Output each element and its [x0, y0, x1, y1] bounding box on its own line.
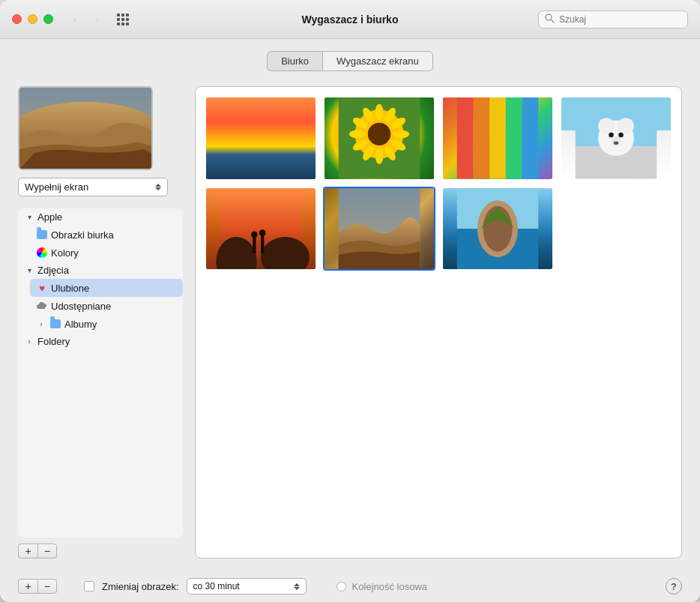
image-hikers [206, 188, 316, 270]
svg-point-39 [259, 229, 266, 236]
footer: + − Zmieniaj obrazek: co 30 minut Kolejn… [0, 571, 700, 602]
tab-biurko[interactable]: Biurko [267, 51, 322, 71]
sidebar-item-obrazki-biurka[interactable]: Obrazki biurka [30, 226, 183, 244]
sidebar-item-albumy[interactable]: › Albumy [30, 315, 183, 333]
preview-svg [19, 88, 151, 169]
footer-add-remove: + − [18, 579, 57, 594]
chevron-right-icon: › [24, 337, 34, 347]
svg-point-29 [611, 136, 621, 146]
chevron-right-icon: › [36, 319, 46, 329]
grid-image-7[interactable] [441, 187, 554, 271]
window-title: Wygaszacz i biurko [302, 13, 399, 25]
heart-icon: ♥ [36, 282, 48, 294]
image-grid [205, 96, 672, 271]
color-wheel-icon [36, 247, 48, 259]
grid-image-5[interactable] [205, 187, 317, 271]
chevron-down-icon: ▾ [24, 265, 34, 276]
grid-image-2[interactable] [323, 96, 435, 181]
traffic-lights [12, 14, 53, 24]
sidebar-item-label: Zdjęcia [37, 265, 69, 276]
apple-children: Obrazki biurka Kolory [18, 226, 183, 262]
change-image-checkbox[interactable] [84, 581, 94, 592]
grid-image-1[interactable] [205, 96, 317, 181]
tab-bar: Biurko Wygaszacz ekranu [18, 51, 682, 71]
tab-wygaszacz[interactable]: Wygaszacz ekranu [322, 51, 433, 71]
sidebar-item-apple[interactable]: ▾ Apple [18, 208, 183, 226]
add-button[interactable]: + [18, 544, 37, 559]
ocean-svg [443, 188, 552, 270]
grid-dots-icon [117, 13, 129, 25]
preview-image [18, 86, 153, 170]
minimize-button[interactable] [28, 14, 37, 24]
svg-rect-21 [489, 97, 506, 179]
forward-button[interactable]: › [88, 12, 107, 27]
svg-rect-19 [457, 97, 474, 179]
search-input[interactable] [559, 14, 681, 25]
svg-rect-22 [506, 97, 522, 179]
svg-point-32 [614, 142, 619, 145]
source-list: ▾ Apple Obrazki biurka [18, 208, 183, 538]
random-order-radio[interactable] [337, 582, 346, 592]
fill-mode-value: Wypełnij ekran [25, 181, 88, 193]
sidebar-item-label: Obrazki biurka [51, 229, 114, 241]
grid-image-6-selected[interactable] [323, 187, 435, 271]
svg-point-0 [546, 14, 552, 20]
svg-rect-38 [261, 235, 264, 253]
sidebar-item-label: Kolory [51, 247, 79, 259]
image-textiles [443, 97, 552, 179]
app-grid-button[interactable] [113, 12, 133, 27]
sidebar-item-zdjecia[interactable]: ▾ Zdjęcia [18, 262, 183, 279]
sidebar-item-kolory[interactable]: Kolory [30, 244, 183, 262]
zoom-button[interactable] [43, 14, 53, 24]
image-desert [325, 188, 434, 270]
main-window: ‹ › Wygaszacz i biurko Biurko [0, 0, 700, 602]
svg-point-6 [368, 123, 390, 145]
fill-mode-dropdown[interactable]: Wypełnij ekran [18, 178, 168, 196]
help-button[interactable]: ? [666, 578, 682, 595]
interval-stepper-icon [294, 583, 300, 590]
svg-point-10 [393, 130, 409, 138]
textiles-svg [443, 97, 552, 179]
folder-icon [36, 229, 48, 241]
desert-svg [325, 188, 434, 270]
interval-value: co 30 minut [193, 581, 240, 592]
add-remove-buttons: + − [18, 544, 183, 559]
preview-section: Wypełnij ekran [18, 86, 183, 196]
sidebar-item-foldery[interactable]: › Foldery [18, 333, 183, 350]
sidebar-item-ulubione[interactable]: ♥ Ulubione [30, 279, 183, 297]
nav-buttons: ‹ › [65, 12, 107, 27]
folder-icon [49, 318, 61, 330]
svg-rect-20 [473, 97, 489, 179]
polarbear-svg [561, 97, 671, 179]
svg-point-13 [375, 148, 384, 164]
sidebar-item-label: Ulubione [51, 283, 89, 294]
footer-remove-button[interactable]: − [37, 579, 57, 594]
footer-add-button[interactable]: + [18, 579, 37, 594]
chevron-down-icon: ▾ [24, 212, 34, 223]
random-order-row: Kolejność losowa [337, 581, 427, 592]
titlebar: ‹ › Wygaszacz i biurko [0, 0, 700, 39]
image-ocean [443, 188, 552, 270]
svg-point-7 [375, 104, 384, 121]
cloud-icon [36, 300, 48, 312]
image-polarbear [561, 97, 671, 179]
grid-image-3[interactable] [441, 96, 554, 181]
svg-point-30 [609, 133, 614, 138]
interval-dropdown[interactable]: co 30 minut [187, 578, 307, 595]
search-icon [545, 13, 555, 25]
search-bar[interactable] [538, 10, 688, 28]
grid-image-4[interactable] [560, 96, 672, 181]
stepper-up-icon [294, 583, 300, 586]
svg-point-31 [618, 133, 624, 138]
sidebar-item-label: Apple [37, 211, 62, 223]
svg-rect-36 [253, 237, 256, 253]
sidebar-item-label: Udostępniane [51, 301, 111, 312]
sidebar-item-label: Albumy [64, 319, 97, 330]
svg-point-16 [349, 130, 366, 138]
image-grid-panel [195, 86, 682, 559]
remove-button[interactable]: − [37, 544, 57, 559]
sidebar-item-udostepniane[interactable]: Udostępniane [30, 297, 183, 315]
back-button[interactable]: ‹ [65, 12, 85, 27]
close-button[interactable] [12, 14, 22, 24]
svg-point-37 [251, 231, 258, 238]
